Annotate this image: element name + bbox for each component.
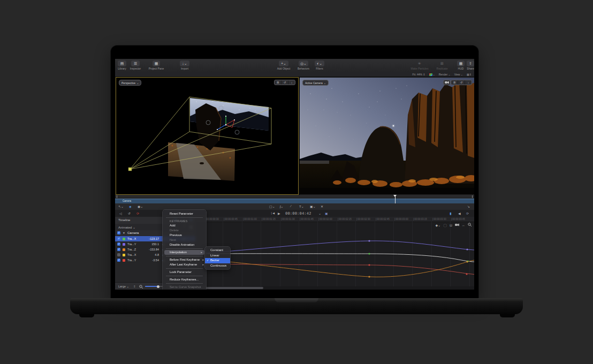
slider-thumb[interactable] xyxy=(157,285,159,288)
region-start-marker[interactable] xyxy=(117,195,117,198)
playhead[interactable] xyxy=(395,195,396,203)
chevron-down-icon[interactable]: ⌄ xyxy=(318,211,321,215)
submenu-item-constant[interactable]: Constant xyxy=(205,248,230,253)
param-value[interactable]: 150.1 xyxy=(140,242,159,246)
edit-points-tool-icon[interactable]: ◈ xyxy=(129,204,132,208)
camera-select-left[interactable]: Perspective ⌄ xyxy=(119,80,141,86)
submenu-item-bezier[interactable]: ✓Bezier xyxy=(205,258,230,263)
param-value[interactable]: -3.54 xyxy=(140,259,159,262)
rectangle-tool-icon[interactable]: ▢⌄ xyxy=(269,204,275,208)
row-size-select[interactable]: Large ⌄ xyxy=(118,285,129,288)
filters-button[interactable]: ◐⌄ Filters xyxy=(314,60,325,70)
zoom-icon[interactable] xyxy=(468,223,472,228)
checkbox[interactable] xyxy=(117,248,120,251)
timecode-display[interactable]: 00:00:04:42 xyxy=(285,211,311,216)
fit-zoom-control[interactable]: Fit: 44% ⇕ xyxy=(413,73,425,76)
channels-button[interactable]: ⌄ xyxy=(429,73,435,76)
bezier-tool-icon[interactable]: ʃ⌄ xyxy=(280,204,283,208)
keyframe-filter-icon[interactable]: ◆⌄ xyxy=(436,223,441,227)
disclosure-triangle-icon[interactable]: ▼ xyxy=(123,231,125,234)
menu-item-interpolation[interactable]: Interpolation▸ xyxy=(164,250,204,255)
speaker-icon[interactable]: ◀ xyxy=(458,211,461,215)
behaviors-button[interactable]: ◎⌄ Behaviors xyxy=(296,60,311,70)
checkbox[interactable] xyxy=(117,231,120,234)
camera-icon[interactable] xyxy=(455,223,459,227)
stepper-icon[interactable]: ⇕ xyxy=(133,285,136,288)
mini-timeline-ruler[interactable] xyxy=(115,195,474,199)
menu-item-after-last-keyframe[interactable]: After Last Keyframe▸ xyxy=(163,262,206,267)
animated-filter-select[interactable]: Animated ⌄ xyxy=(118,225,135,229)
clear-icon: ◯ xyxy=(443,223,447,227)
menu-item-before-first-keyframe[interactable]: Before First Keyframe▸ xyxy=(163,257,206,262)
layout-button[interactable]: ▦⇕ xyxy=(467,73,472,76)
hud-button[interactable]: ▦ HUD xyxy=(457,60,465,70)
curve-graph-area[interactable] xyxy=(195,222,474,286)
audio-icon[interactable]: ◁ xyxy=(119,211,122,215)
camera-icon[interactable] xyxy=(444,80,450,85)
menu-item-reduce-keyframes[interactable]: Reduce Keyframes... xyxy=(163,277,206,282)
compare-icon[interactable]: ⊞ xyxy=(275,80,281,85)
menu-item-disable-animation[interactable]: Disable Animation xyxy=(163,242,206,247)
curve-snapshot-icon[interactable]: ⊡ xyxy=(450,223,452,227)
menu-item-add[interactable]: Add xyxy=(163,223,206,228)
fit-visible-icon[interactable]: ↔ xyxy=(462,224,465,227)
checkbox[interactable] xyxy=(117,253,120,256)
mask-tool-icon[interactable]: ▣⌄ xyxy=(310,204,316,208)
region-end-marker[interactable] xyxy=(472,195,473,198)
checkbox[interactable] xyxy=(117,237,120,240)
checkbox[interactable] xyxy=(117,242,120,246)
share-button[interactable]: ⇧ Share xyxy=(466,60,474,70)
import-button[interactable]: ↓⌄ Import xyxy=(178,60,191,70)
inspector-button[interactable]: ☰ Inspector xyxy=(128,60,143,70)
mini-timeline[interactable]: Camera xyxy=(115,195,474,203)
select-tool-icon[interactable]: ↖⌄ xyxy=(118,204,124,208)
keyframe-editor[interactable]: 00:00:00:30 00:00:00:45 00:00:01:00 00:0… xyxy=(195,217,474,290)
menu-item-previous[interactable]: Previous xyxy=(163,233,206,238)
filters-icon: ◐⌄ xyxy=(315,60,324,66)
menu-item-lock-parameter[interactable]: Lock Parameter xyxy=(163,270,206,275)
play-button[interactable]: ▶ xyxy=(278,211,280,215)
cycle-icon[interactable]: ↺ xyxy=(128,211,131,215)
ruler-tick: 00:00:03:45 xyxy=(451,218,465,221)
transform-3d-tool-icon[interactable]: ◉⌄ xyxy=(138,204,143,208)
reset-view-icon[interactable]: ↺ xyxy=(458,80,465,85)
camera-overlay-button[interactable] xyxy=(443,80,451,85)
submenu-item-linear[interactable]: Linear xyxy=(205,253,230,259)
viewport-controls-right[interactable]: ⊞ ↺ ↓ xyxy=(451,80,472,85)
ruler-tick: 00:00:01:15 xyxy=(262,218,276,221)
checkbox[interactable] xyxy=(117,259,120,262)
scale-down-icon[interactable]: ↓ xyxy=(465,80,472,85)
submenu-item-continuous[interactable]: Continuous xyxy=(205,263,230,269)
viewport-controls-left[interactable]: ⊞ ↺ ↓ xyxy=(274,80,295,85)
pan-tool-icon[interactable]: ↘ xyxy=(467,204,470,208)
add-object-button[interactable]: +⌄ Add Object xyxy=(276,60,292,70)
param-value[interactable]: 4.8 xyxy=(140,253,159,256)
menu-item-reset-parameter[interactable]: Reset Parameter xyxy=(163,211,206,216)
line-tool-icon[interactable]: ∕ xyxy=(291,204,291,208)
color-swatch xyxy=(123,243,125,246)
viewport-active-camera[interactable]: Active Camera ⌄ ⊞ ↺ ↓ xyxy=(300,77,474,195)
scrollbar-thumb[interactable] xyxy=(196,287,263,289)
viewport-perspective[interactable]: Perspective ⌄ ⊞ ↺ ↓ xyxy=(116,77,299,195)
frame-display-icon[interactable]: ▣ xyxy=(325,211,328,215)
text-tool-icon[interactable]: T⌄ xyxy=(299,204,304,208)
canvas-area: Perspective ⌄ ⊞ ↺ ↓ xyxy=(115,77,474,195)
horizontal-scrollbar[interactable] xyxy=(195,286,474,290)
zoom-out-icon[interactable] xyxy=(139,285,143,289)
library-button[interactable]: ▤ Library xyxy=(116,60,128,70)
loop-icon[interactable]: ⟳ xyxy=(466,211,469,215)
render-menu[interactable]: Render ⌄ xyxy=(439,73,451,76)
record-icon[interactable]: ⟳ xyxy=(136,211,139,215)
slice-tool-icon[interactable]: ✕ xyxy=(321,204,323,208)
camera-select-right[interactable]: Active Camera ⌄ xyxy=(302,80,329,86)
view-menu[interactable]: View ⌄ xyxy=(454,73,463,76)
marker-icon[interactable]: ▮ xyxy=(450,211,451,215)
go-to-start-button[interactable]: ❘◀ xyxy=(270,211,275,215)
project-pane-button[interactable]: ▦ Project Pane xyxy=(147,60,165,70)
param-value[interactable]: -123.17 xyxy=(140,237,159,240)
tab-timeline[interactable]: Timeline xyxy=(118,218,130,222)
reset-view-icon[interactable]: ↺ xyxy=(281,80,288,85)
scale-down-icon[interactable]: ↓ xyxy=(288,80,295,85)
compare-icon[interactable]: ⊞ xyxy=(451,80,458,85)
param-value[interactable]: -153.84 xyxy=(140,248,159,251)
